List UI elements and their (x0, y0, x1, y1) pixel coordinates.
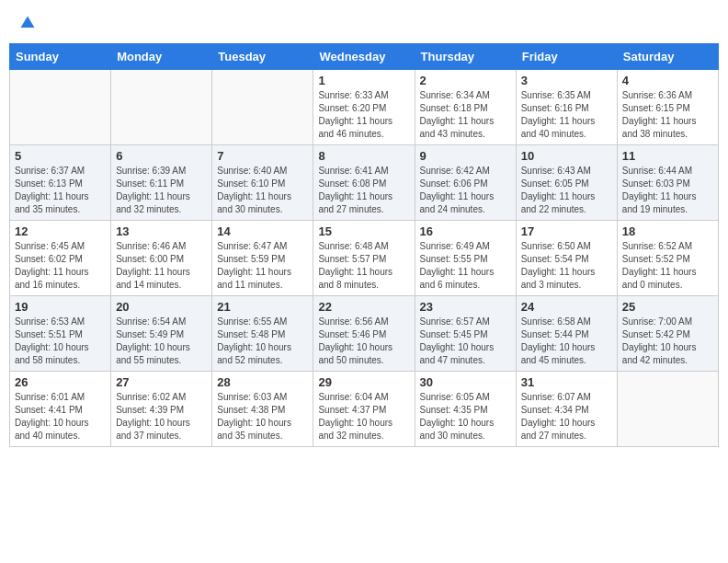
day-number: 5 (15, 149, 106, 163)
calendar-day-cell: 7Sunrise: 6:40 AM Sunset: 6:10 PM Daylig… (212, 145, 313, 221)
day-info: Sunrise: 6:07 AM Sunset: 4:34 PM Dayligh… (521, 391, 612, 442)
day-header-friday: Friday (516, 44, 617, 70)
day-info: Sunrise: 6:44 AM Sunset: 6:03 PM Dayligh… (622, 165, 713, 216)
day-info: Sunrise: 6:35 AM Sunset: 6:16 PM Dayligh… (521, 89, 612, 141)
day-info: Sunrise: 6:33 AM Sunset: 6:20 PM Dayligh… (318, 89, 409, 141)
day-number: 7 (217, 149, 308, 163)
day-number: 29 (318, 375, 409, 389)
day-number: 30 (420, 375, 511, 389)
day-number: 3 (521, 74, 612, 87)
day-number: 12 (15, 224, 106, 238)
day-number: 20 (116, 300, 207, 314)
calendar-day-cell: 28Sunrise: 6:03 AM Sunset: 4:38 PM Dayli… (212, 372, 313, 447)
calendar-week-row: 1Sunrise: 6:33 AM Sunset: 6:20 PM Daylig… (10, 70, 719, 145)
day-info: Sunrise: 6:04 AM Sunset: 4:37 PM Dayligh… (318, 391, 409, 442)
day-info: Sunrise: 6:36 AM Sunset: 6:15 PM Dayligh… (622, 89, 713, 141)
day-number: 22 (318, 300, 409, 314)
calendar-day-cell: 1Sunrise: 6:33 AM Sunset: 6:20 PM Daylig… (313, 70, 415, 145)
day-header-wednesday: Wednesday (313, 44, 415, 70)
calendar-day-cell: 2Sunrise: 6:34 AM Sunset: 6:18 PM Daylig… (415, 70, 516, 145)
calendar-week-row: 5Sunrise: 6:37 AM Sunset: 6:13 PM Daylig… (10, 145, 719, 221)
day-header-saturday: Saturday (617, 44, 718, 70)
day-info: Sunrise: 6:52 AM Sunset: 5:52 PM Dayligh… (622, 240, 713, 292)
day-number: 27 (116, 375, 207, 389)
day-info: Sunrise: 6:42 AM Sunset: 6:06 PM Dayligh… (420, 165, 511, 216)
day-number: 17 (521, 224, 612, 238)
calendar: SundayMondayTuesdayWednesdayThursdayFrid… (9, 43, 719, 447)
day-number: 26 (15, 375, 106, 389)
day-info: Sunrise: 6:02 AM Sunset: 4:39 PM Dayligh… (116, 391, 207, 442)
day-number: 14 (217, 224, 308, 238)
header (9, 9, 719, 36)
day-info: Sunrise: 6:05 AM Sunset: 4:35 PM Dayligh… (420, 391, 511, 442)
calendar-day-cell: 22Sunrise: 6:56 AM Sunset: 5:46 PM Dayli… (313, 296, 415, 372)
day-info: Sunrise: 6:46 AM Sunset: 6:00 PM Dayligh… (116, 240, 207, 292)
calendar-day-cell: 24Sunrise: 6:58 AM Sunset: 5:44 PM Dayli… (516, 296, 617, 372)
calendar-day-cell: 30Sunrise: 6:05 AM Sunset: 4:35 PM Dayli… (415, 372, 516, 447)
day-number: 16 (420, 224, 511, 238)
day-info: Sunrise: 6:56 AM Sunset: 5:46 PM Dayligh… (318, 316, 409, 367)
day-info: Sunrise: 6:50 AM Sunset: 5:54 PM Dayligh… (521, 240, 612, 292)
day-info: Sunrise: 6:03 AM Sunset: 4:38 PM Dayligh… (217, 391, 308, 442)
calendar-day-cell (111, 70, 212, 145)
calendar-day-cell: 3Sunrise: 6:35 AM Sunset: 6:16 PM Daylig… (516, 70, 617, 145)
day-header-tuesday: Tuesday (212, 44, 313, 70)
calendar-day-cell: 16Sunrise: 6:49 AM Sunset: 5:55 PM Dayli… (415, 221, 516, 296)
calendar-day-cell: 15Sunrise: 6:48 AM Sunset: 5:57 PM Dayli… (313, 221, 415, 296)
day-info: Sunrise: 7:00 AM Sunset: 5:42 PM Dayligh… (622, 316, 713, 367)
day-number: 11 (622, 149, 713, 163)
day-info: Sunrise: 6:47 AM Sunset: 5:59 PM Dayligh… (217, 240, 308, 292)
calendar-day-cell: 14Sunrise: 6:47 AM Sunset: 5:59 PM Dayli… (212, 221, 313, 296)
calendar-day-cell: 4Sunrise: 6:36 AM Sunset: 6:15 PM Daylig… (617, 70, 718, 145)
day-number: 25 (622, 300, 713, 314)
day-info: Sunrise: 6:54 AM Sunset: 5:49 PM Dayligh… (116, 316, 207, 367)
day-number: 21 (217, 300, 308, 314)
day-number: 1 (318, 74, 409, 87)
day-info: Sunrise: 6:40 AM Sunset: 6:10 PM Dayligh… (217, 165, 308, 216)
calendar-day-cell (10, 70, 111, 145)
day-number: 19 (15, 300, 106, 314)
calendar-day-cell: 9Sunrise: 6:42 AM Sunset: 6:06 PM Daylig… (415, 145, 516, 221)
day-info: Sunrise: 6:49 AM Sunset: 5:55 PM Dayligh… (420, 240, 511, 292)
calendar-day-cell: 11Sunrise: 6:44 AM Sunset: 6:03 PM Dayli… (617, 145, 718, 221)
calendar-day-cell (617, 372, 718, 447)
calendar-week-row: 26Sunrise: 6:01 AM Sunset: 4:41 PM Dayli… (10, 372, 719, 447)
day-number: 4 (622, 74, 713, 87)
day-number: 6 (116, 149, 207, 163)
logo-icon (18, 14, 37, 32)
calendar-day-cell: 8Sunrise: 6:41 AM Sunset: 6:08 PM Daylig… (313, 145, 415, 221)
calendar-day-cell: 29Sunrise: 6:04 AM Sunset: 4:37 PM Dayli… (313, 372, 415, 447)
day-header-sunday: Sunday (10, 44, 111, 70)
day-info: Sunrise: 6:45 AM Sunset: 6:02 PM Dayligh… (15, 240, 106, 292)
day-info: Sunrise: 6:55 AM Sunset: 5:48 PM Dayligh… (217, 316, 308, 367)
calendar-day-cell: 13Sunrise: 6:46 AM Sunset: 6:00 PM Dayli… (111, 221, 212, 296)
day-number: 15 (318, 224, 409, 238)
calendar-day-cell: 26Sunrise: 6:01 AM Sunset: 4:41 PM Dayli… (10, 372, 111, 447)
calendar-day-cell: 23Sunrise: 6:57 AM Sunset: 5:45 PM Dayli… (415, 296, 516, 372)
day-number: 24 (521, 300, 612, 314)
day-info: Sunrise: 6:48 AM Sunset: 5:57 PM Dayligh… (318, 240, 409, 292)
calendar-day-cell: 21Sunrise: 6:55 AM Sunset: 5:48 PM Dayli… (212, 296, 313, 372)
calendar-day-cell (212, 70, 313, 145)
day-number: 31 (521, 375, 612, 389)
day-info: Sunrise: 6:41 AM Sunset: 6:08 PM Dayligh… (318, 165, 409, 216)
day-info: Sunrise: 6:37 AM Sunset: 6:13 PM Dayligh… (15, 165, 106, 216)
calendar-day-cell: 10Sunrise: 6:43 AM Sunset: 6:05 PM Dayli… (516, 145, 617, 221)
calendar-day-cell: 5Sunrise: 6:37 AM Sunset: 6:13 PM Daylig… (10, 145, 111, 221)
day-info: Sunrise: 6:58 AM Sunset: 5:44 PM Dayligh… (521, 316, 612, 367)
svg-marker-0 (21, 16, 35, 28)
calendar-day-cell: 17Sunrise: 6:50 AM Sunset: 5:54 PM Dayli… (516, 221, 617, 296)
calendar-day-cell: 25Sunrise: 7:00 AM Sunset: 5:42 PM Dayli… (617, 296, 718, 372)
day-info: Sunrise: 6:53 AM Sunset: 5:51 PM Dayligh… (15, 316, 106, 367)
calendar-day-cell: 19Sunrise: 6:53 AM Sunset: 5:51 PM Dayli… (10, 296, 111, 372)
calendar-day-cell: 31Sunrise: 6:07 AM Sunset: 4:34 PM Dayli… (516, 372, 617, 447)
day-number: 10 (521, 149, 612, 163)
day-info: Sunrise: 6:34 AM Sunset: 6:18 PM Dayligh… (420, 89, 511, 141)
day-number: 2 (420, 74, 511, 87)
day-number: 23 (420, 300, 511, 314)
day-number: 13 (116, 224, 207, 238)
calendar-day-cell: 6Sunrise: 6:39 AM Sunset: 6:11 PM Daylig… (111, 145, 212, 221)
day-info: Sunrise: 6:57 AM Sunset: 5:45 PM Dayligh… (420, 316, 511, 367)
calendar-week-row: 19Sunrise: 6:53 AM Sunset: 5:51 PM Dayli… (10, 296, 719, 372)
logo (17, 13, 39, 32)
